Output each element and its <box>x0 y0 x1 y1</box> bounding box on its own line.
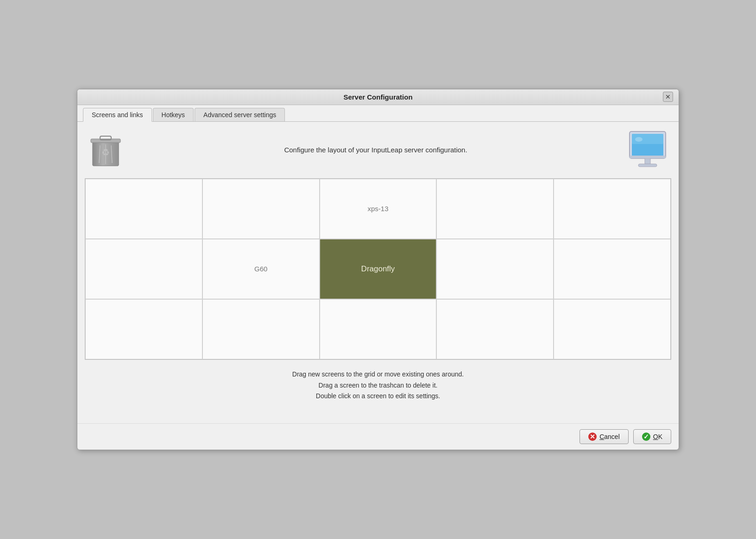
grid-cell[interactable] <box>436 179 554 239</box>
svg-text:♻: ♻ <box>101 147 110 157</box>
grid-cell[interactable]: Dragonfly <box>320 239 437 299</box>
cancel-label: Cancel <box>599 433 620 440</box>
grid-cell[interactable] <box>436 239 554 299</box>
server-configuration-dialog: Server Configuration ✕ Screens and links… <box>77 89 679 450</box>
svg-point-11 <box>635 137 643 142</box>
grid-cell[interactable] <box>202 299 320 359</box>
grid-cell[interactable] <box>85 179 202 239</box>
svg-rect-13 <box>638 164 657 167</box>
grid-cell[interactable]: G60 <box>202 239 320 299</box>
svg-rect-14 <box>630 156 666 158</box>
instruction-line-3: Double click on a screen to edit its set… <box>85 391 671 402</box>
ok-icon: ✓ <box>642 432 650 441</box>
grid-cell[interactable] <box>85 239 202 299</box>
dialog-footer: ✕ Cancel ✓ OK <box>77 423 679 450</box>
tab-advanced-server-settings[interactable]: Advanced server settings <box>195 108 285 121</box>
tab-content: ♻ Configure the layout of your InputLeap… <box>77 122 679 423</box>
screen-grid-container: xps-13G60Dragonfly <box>85 178 671 360</box>
title-bar: Server Configuration ✕ <box>77 89 679 105</box>
monitor-icon <box>625 129 671 171</box>
instructions: Drag new screens to the grid or move exi… <box>85 369 671 402</box>
grid-cell[interactable] <box>554 299 671 359</box>
grid-cell[interactable] <box>554 179 671 239</box>
trash-icon: ♻ <box>85 129 126 171</box>
tab-hotkeys[interactable]: Hotkeys <box>153 108 194 121</box>
close-button[interactable]: ✕ <box>663 92 673 102</box>
grid-cell[interactable] <box>436 299 554 359</box>
configuration-description: Configure the layout of your InputLeap s… <box>126 146 625 154</box>
grid-cell[interactable] <box>320 299 437 359</box>
instruction-line-1: Drag new screens to the grid or move exi… <box>85 369 671 380</box>
ok-label: OK <box>653 433 662 440</box>
ok-button[interactable]: ✓ OK <box>633 429 671 444</box>
tab-bar: Screens and links Hotkeys Advanced serve… <box>77 105 679 122</box>
grid-cell[interactable]: xps-13 <box>320 179 437 239</box>
top-area: ♻ Configure the layout of your InputLeap… <box>85 129 671 171</box>
svg-rect-12 <box>645 158 650 164</box>
dialog-title: Server Configuration <box>343 93 412 101</box>
instruction-line-2: Drag a screen to the trashcan to delete … <box>85 380 671 391</box>
cancel-button[interactable]: ✕ Cancel <box>580 429 629 444</box>
grid-cell[interactable] <box>85 299 202 359</box>
cancel-icon: ✕ <box>588 432 597 441</box>
grid-cell[interactable] <box>202 179 320 239</box>
grid-cell[interactable] <box>554 239 671 299</box>
screen-grid: xps-13G60Dragonfly <box>85 179 671 359</box>
tab-screens-and-links[interactable]: Screens and links <box>83 108 152 122</box>
